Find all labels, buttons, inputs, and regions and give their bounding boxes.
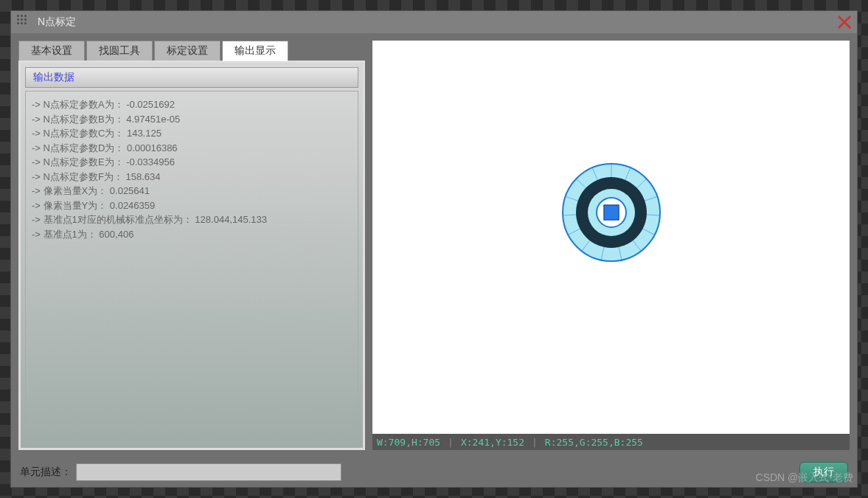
output-line: -> N点标定参数E为： -0.0334956: [32, 155, 352, 170]
output-group-header[interactable]: 输出数据: [25, 67, 358, 88]
window-title: N点标定: [38, 15, 76, 29]
output-line: -> N点标定参数C为： 143.125: [32, 126, 352, 141]
calibration-target-icon: [560, 161, 663, 267]
tab-find-circle[interactable]: 找圆工具: [86, 41, 153, 61]
description-input[interactable]: [76, 463, 341, 481]
output-line: -> N点标定参数B为： 4.97451e-05: [32, 112, 352, 127]
right-panel: W:709,H:705 | X:241,Y:152 | R:255,G:255,…: [372, 41, 850, 450]
status-separator: |: [448, 437, 454, 448]
output-line: -> 像素当量Y为： 0.0246359: [32, 198, 352, 213]
left-panel: 基本设置 找圆工具 标定设置 输出显示 输出数据 -> N点标定参数A为： -0…: [18, 41, 365, 450]
description-group: 单元描述：: [20, 463, 341, 481]
image-viewport[interactable]: [372, 41, 850, 434]
status-rgb: R:255,G:255,B:255: [545, 437, 643, 448]
output-line: -> N点标定参数D为： 0.00016386: [32, 141, 352, 156]
svg-rect-19: [604, 205, 619, 220]
output-line: -> N点标定参数F为： 158.634: [32, 170, 352, 184]
content-area: 基本设置 找圆工具 标定设置 输出显示 输出数据 -> N点标定参数A为： -0…: [11, 33, 857, 457]
status-wh: W:709,H:705: [377, 437, 440, 448]
drag-grip-icon: [17, 15, 32, 30]
close-button[interactable]: [836, 14, 853, 30]
description-label: 单元描述：: [20, 466, 72, 479]
output-line: -> 基准点1对应的机械标准点坐标为： 128.044,145.133: [32, 212, 352, 227]
tab-basic-settings[interactable]: 基本设置: [18, 41, 85, 61]
execute-button[interactable]: 执行: [799, 462, 848, 483]
output-list: -> N点标定参数A为： -0.0251692 -> N点标定参数B为： 4.9…: [25, 91, 358, 443]
close-icon: [836, 14, 853, 30]
status-xy: X:241,Y:152: [461, 437, 524, 448]
output-line: -> 基准点1为： 600,406: [32, 227, 352, 242]
status-bar: W:709,H:705 | X:241,Y:152 | R:255,G:255,…: [372, 434, 850, 450]
bottom-bar: 单元描述： 执行: [11, 457, 857, 487]
titlebar[interactable]: N点标定: [11, 11, 857, 33]
tab-output-display[interactable]: 输出显示: [222, 41, 288, 61]
tab-calib-settings[interactable]: 标定设置: [154, 41, 221, 61]
main-window: N点标定 基本设置 找圆工具 标定设置 输出显示 输出数据 -> N点标定参数A…: [10, 10, 858, 488]
tab-strip: 基本设置 找圆工具 标定设置 输出显示: [18, 41, 365, 61]
tab-content: 输出数据 -> N点标定参数A为： -0.0251692 -> N点标定参数B为…: [18, 60, 365, 450]
output-line: -> N点标定参数A为： -0.0251692: [32, 97, 352, 112]
status-separator: |: [532, 437, 538, 448]
output-line: -> 像素当量X为： 0.025641: [32, 184, 352, 198]
